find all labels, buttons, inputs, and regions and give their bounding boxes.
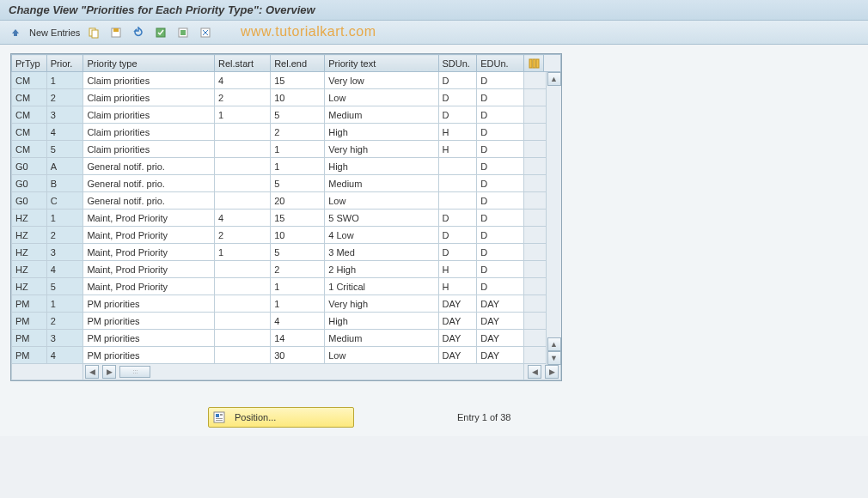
cell-ptext[interactable]: Medium	[325, 330, 438, 347]
cell-ptype[interactable]: PM priorities	[83, 347, 215, 364]
cell-ptext[interactable]: 4 Low	[325, 227, 438, 244]
cell-relend[interactable]: 20	[271, 192, 325, 210]
cell-relstart[interactable]: 4	[215, 210, 271, 227]
table-row[interactable]: CM4Claim priorities2HighHD	[12, 124, 561, 141]
cell-prtyp[interactable]: CM	[12, 106, 47, 124]
cell-ptext[interactable]: 5 SWO	[325, 210, 438, 227]
cell-relstart[interactable]: 1	[215, 244, 271, 261]
cell-sdun[interactable]	[438, 175, 477, 192]
cell-relstart[interactable]	[215, 261, 271, 278]
table-row[interactable]: HZ3Maint, Prod Priority153 MedDD	[12, 244, 561, 261]
cell-relstart[interactable]	[215, 158, 271, 175]
cell-ptext[interactable]: Low	[325, 89, 438, 106]
cell-prtyp[interactable]: G0	[12, 175, 47, 192]
cell-ptext[interactable]: Very high	[325, 295, 438, 313]
cell-prtyp[interactable]: HZ	[12, 227, 47, 244]
cell-ptext[interactable]: Low	[325, 192, 438, 210]
cell-relend[interactable]: 14	[271, 330, 325, 347]
cell-prtyp[interactable]: HZ	[12, 244, 47, 261]
cell-relstart[interactable]	[215, 175, 271, 192]
vscroll-up[interactable]: ▲	[547, 72, 561, 86]
hscroll-right-2[interactable]: ▶	[545, 365, 559, 379]
cell-sdun[interactable]	[438, 192, 477, 210]
cell-relstart[interactable]	[215, 278, 271, 295]
cell-prior[interactable]: 3	[46, 106, 83, 124]
cell-ptype[interactable]: Maint, Prod Priority	[83, 210, 215, 227]
cell-edun[interactable]: DAY	[477, 295, 524, 313]
cell-relstart[interactable]	[215, 192, 271, 210]
vscroll-down[interactable]: ▼	[547, 351, 561, 365]
cell-ptype[interactable]: PM priorities	[83, 295, 215, 313]
cell-edun[interactable]: D	[477, 106, 524, 124]
cell-relend[interactable]: 30	[271, 347, 325, 364]
hscroll-right[interactable]: ▶	[102, 365, 116, 379]
col-relstart[interactable]: Rel.start	[215, 55, 271, 72]
cell-sdun[interactable]: D	[438, 210, 477, 227]
cell-prtyp[interactable]: G0	[12, 192, 47, 210]
cell-sdun[interactable]: DAY	[438, 347, 477, 364]
cell-prior[interactable]: 4	[46, 347, 83, 364]
hscroll-thumb[interactable]: :::	[119, 366, 150, 378]
cell-relend[interactable]: 1	[271, 295, 325, 313]
cell-edun[interactable]: DAY	[477, 313, 524, 330]
cell-sdun[interactable]: D	[438, 227, 477, 244]
cell-ptext[interactable]: 1 Critical	[325, 278, 438, 295]
cell-sdun[interactable]: H	[438, 278, 477, 295]
cell-ptype[interactable]: Maint, Prod Priority	[83, 244, 215, 261]
cell-sdun[interactable]: DAY	[438, 295, 477, 313]
cell-prtyp[interactable]: G0	[12, 158, 47, 175]
table-row[interactable]: PM4PM priorities30LowDAYDAY	[12, 347, 561, 364]
cell-prtyp[interactable]: HZ	[12, 210, 47, 227]
cell-relend[interactable]: 2	[271, 124, 325, 141]
save-icon[interactable]	[107, 24, 125, 41]
cell-prior[interactable]: C	[46, 192, 83, 210]
cell-relend[interactable]: 15	[271, 210, 325, 227]
cell-relstart[interactable]	[215, 347, 271, 364]
cell-relstart[interactable]	[215, 295, 271, 313]
cell-ptext[interactable]: High	[325, 124, 438, 141]
cell-relstart[interactable]	[215, 141, 271, 158]
position-button[interactable]: Position...	[208, 407, 354, 428]
cell-sdun[interactable]: D	[438, 72, 477, 89]
table-row[interactable]: CM1Claim priorities415Very lowDD	[12, 72, 561, 89]
cell-edun[interactable]: D	[477, 72, 524, 89]
cell-edun[interactable]: D	[477, 244, 524, 261]
cell-prior[interactable]: 4	[46, 261, 83, 278]
cell-edun[interactable]: D	[477, 158, 524, 175]
cell-relend[interactable]: 15	[271, 72, 325, 89]
cell-prior[interactable]: A	[46, 158, 83, 175]
cell-ptext[interactable]: Low	[325, 347, 438, 364]
cell-relend[interactable]: 10	[271, 227, 325, 244]
cell-relstart[interactable]	[215, 330, 271, 347]
cell-ptype[interactable]: General notif. prio.	[83, 158, 215, 175]
col-prior[interactable]: Prior.	[46, 55, 83, 72]
cell-ptype[interactable]: General notif. prio.	[83, 192, 215, 210]
cell-prior[interactable]: 3	[46, 244, 83, 261]
cell-edun[interactable]: D	[477, 261, 524, 278]
table-row[interactable]: HZ1Maint, Prod Priority4155 SWODD	[12, 210, 561, 227]
table-row[interactable]: HZ2Maint, Prod Priority2104 LowDD	[12, 227, 561, 244]
vscroll-up-2[interactable]: ▲	[547, 337, 561, 351]
cell-relstart[interactable]: 2	[215, 89, 271, 106]
cell-edun[interactable]: DAY	[477, 347, 524, 364]
cell-prtyp[interactable]: PM	[12, 313, 47, 330]
cell-prtyp[interactable]: CM	[12, 124, 47, 141]
cell-edun[interactable]: D	[477, 124, 524, 141]
cell-prtyp[interactable]: CM	[12, 89, 47, 106]
hscroll-left-2[interactable]: ◀	[528, 365, 541, 379]
cell-prtyp[interactable]: HZ	[12, 278, 47, 295]
cell-prior[interactable]: 4	[46, 124, 83, 141]
cell-relend[interactable]: 5	[271, 244, 325, 261]
cell-relend[interactable]: 10	[271, 89, 325, 106]
cell-ptype[interactable]: Maint, Prod Priority	[83, 227, 215, 244]
cell-relend[interactable]: 1	[271, 141, 325, 158]
col-relend[interactable]: Rel.end	[271, 55, 325, 72]
deselect-all-icon[interactable]	[174, 24, 192, 41]
cell-relstart[interactable]: 4	[215, 72, 271, 89]
table-row[interactable]: PM3PM priorities14MediumDAYDAY	[12, 330, 561, 347]
cell-ptext[interactable]: Medium	[325, 175, 438, 192]
cell-prior[interactable]: 2	[46, 313, 83, 330]
col-sdun[interactable]: SDUn.	[438, 55, 477, 72]
cell-relstart[interactable]	[215, 313, 271, 330]
cell-relstart[interactable]: 1	[215, 106, 271, 124]
